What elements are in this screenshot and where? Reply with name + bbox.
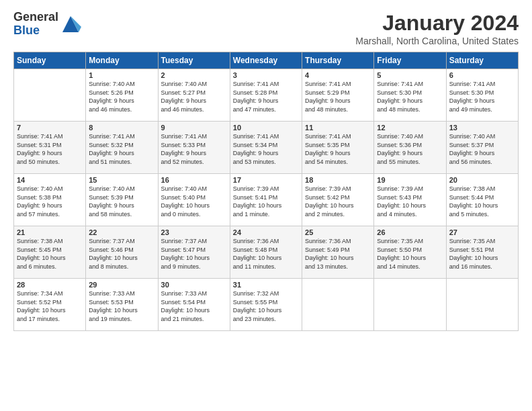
day-info: Sunrise: 7:40 AM Sunset: 5:27 PM Dayligh… <box>161 80 227 113</box>
day-info: Sunrise: 7:40 AM Sunset: 5:38 PM Dayligh… <box>17 185 83 218</box>
day-info: Sunrise: 7:40 AM Sunset: 5:37 PM Dayligh… <box>449 132 515 166</box>
day-info: Sunrise: 7:41 AM Sunset: 5:30 PM Dayligh… <box>449 80 515 113</box>
day-info: Sunrise: 7:38 AM Sunset: 5:45 PM Dayligh… <box>17 237 83 271</box>
day-number: 23 <box>161 228 227 236</box>
day-number: 24 <box>233 228 299 236</box>
week-row-1: 1Sunrise: 7:40 AM Sunset: 5:26 PM Daylig… <box>14 69 519 122</box>
calendar-cell: 16Sunrise: 7:40 AM Sunset: 5:40 PM Dayli… <box>158 174 230 226</box>
calendar-cell: 3Sunrise: 7:41 AM Sunset: 5:28 PM Daylig… <box>230 69 302 122</box>
day-info: Sunrise: 7:40 AM Sunset: 5:26 PM Dayligh… <box>89 80 154 113</box>
day-info: Sunrise: 7:41 AM Sunset: 5:33 PM Dayligh… <box>161 132 227 166</box>
calendar-cell: 4Sunrise: 7:41 AM Sunset: 5:29 PM Daylig… <box>302 69 374 122</box>
location: Marshall, North Carolina, United States <box>355 36 519 46</box>
day-number: 21 <box>17 228 83 236</box>
calendar-cell: 7Sunrise: 7:41 AM Sunset: 5:31 PM Daylig… <box>14 122 86 174</box>
day-number: 4 <box>305 71 371 79</box>
day-header-saturday: Saturday <box>446 52 518 69</box>
day-info: Sunrise: 7:38 AM Sunset: 5:44 PM Dayligh… <box>449 185 515 218</box>
calendar-cell: 23Sunrise: 7:37 AM Sunset: 5:47 PM Dayli… <box>158 226 230 279</box>
calendar-cell <box>446 279 518 331</box>
day-info: Sunrise: 7:33 AM Sunset: 5:53 PM Dayligh… <box>89 289 154 323</box>
logo-blue: Blue <box>13 24 58 38</box>
day-number: 29 <box>89 281 154 289</box>
week-row-3: 14Sunrise: 7:40 AM Sunset: 5:38 PM Dayli… <box>14 174 519 226</box>
calendar-cell: 30Sunrise: 7:33 AM Sunset: 5:54 PM Dayli… <box>158 279 230 331</box>
day-number: 9 <box>161 124 227 132</box>
calendar-cell: 27Sunrise: 7:35 AM Sunset: 5:51 PM Dayli… <box>446 226 518 279</box>
calendar-cell: 6Sunrise: 7:41 AM Sunset: 5:30 PM Daylig… <box>446 69 518 122</box>
day-info: Sunrise: 7:36 AM Sunset: 5:48 PM Dayligh… <box>233 237 299 271</box>
calendar-cell <box>302 279 374 331</box>
day-info: Sunrise: 7:41 AM Sunset: 5:34 PM Dayligh… <box>233 132 299 166</box>
day-info: Sunrise: 7:33 AM Sunset: 5:54 PM Dayligh… <box>161 289 227 323</box>
calendar-cell <box>14 69 86 122</box>
day-info: Sunrise: 7:39 AM Sunset: 5:42 PM Dayligh… <box>305 185 371 218</box>
day-number: 7 <box>17 124 83 132</box>
day-info: Sunrise: 7:41 AM Sunset: 5:30 PM Dayligh… <box>377 80 443 113</box>
calendar-cell: 12Sunrise: 7:40 AM Sunset: 5:36 PM Dayli… <box>374 122 446 174</box>
day-info: Sunrise: 7:39 AM Sunset: 5:43 PM Dayligh… <box>377 185 443 218</box>
calendar-cell: 10Sunrise: 7:41 AM Sunset: 5:34 PM Dayli… <box>230 122 302 174</box>
day-number: 16 <box>161 176 227 184</box>
calendar-cell: 13Sunrise: 7:40 AM Sunset: 5:37 PM Dayli… <box>446 122 518 174</box>
day-number: 6 <box>449 71 515 79</box>
day-info: Sunrise: 7:35 AM Sunset: 5:51 PM Dayligh… <box>449 237 515 271</box>
calendar-cell: 26Sunrise: 7:35 AM Sunset: 5:50 PM Dayli… <box>374 226 446 279</box>
week-row-5: 28Sunrise: 7:34 AM Sunset: 5:52 PM Dayli… <box>14 279 519 331</box>
day-number: 13 <box>449 124 515 132</box>
day-number: 25 <box>305 228 371 236</box>
calendar-cell: 20Sunrise: 7:38 AM Sunset: 5:44 PM Dayli… <box>446 174 518 226</box>
calendar-cell: 31Sunrise: 7:32 AM Sunset: 5:55 PM Dayli… <box>230 279 302 331</box>
day-info: Sunrise: 7:39 AM Sunset: 5:41 PM Dayligh… <box>233 185 299 218</box>
day-header-sunday: Sunday <box>14 52 86 69</box>
day-info: Sunrise: 7:36 AM Sunset: 5:49 PM Dayligh… <box>305 237 371 271</box>
calendar-cell <box>374 279 446 331</box>
day-info: Sunrise: 7:41 AM Sunset: 5:32 PM Dayligh… <box>89 132 154 166</box>
calendar-container: General Blue January 2024 Marshall, Nort… <box>0 0 532 338</box>
calendar-cell: 8Sunrise: 7:41 AM Sunset: 5:32 PM Daylig… <box>86 122 158 174</box>
logo-text: General Blue <box>13 11 58 38</box>
day-number: 17 <box>233 176 299 184</box>
calendar-cell: 24Sunrise: 7:36 AM Sunset: 5:48 PM Dayli… <box>230 226 302 279</box>
day-info: Sunrise: 7:41 AM Sunset: 5:35 PM Dayligh… <box>305 132 371 166</box>
calendar-cell: 11Sunrise: 7:41 AM Sunset: 5:35 PM Dayli… <box>302 122 374 174</box>
day-number: 14 <box>17 176 83 184</box>
header: General Blue January 2024 Marshall, Nort… <box>13 11 519 46</box>
day-info: Sunrise: 7:37 AM Sunset: 5:46 PM Dayligh… <box>89 237 154 271</box>
month-title: January 2024 <box>355 11 519 36</box>
day-number: 18 <box>305 176 371 184</box>
day-number: 3 <box>233 71 299 79</box>
calendar-cell: 19Sunrise: 7:39 AM Sunset: 5:43 PM Dayli… <box>374 174 446 226</box>
calendar-cell: 21Sunrise: 7:38 AM Sunset: 5:45 PM Dayli… <box>14 226 86 279</box>
day-info: Sunrise: 7:41 AM Sunset: 5:29 PM Dayligh… <box>305 80 371 113</box>
calendar-cell: 14Sunrise: 7:40 AM Sunset: 5:38 PM Dayli… <box>14 174 86 226</box>
day-number: 27 <box>449 228 515 236</box>
day-info: Sunrise: 7:41 AM Sunset: 5:31 PM Dayligh… <box>17 132 83 166</box>
day-info: Sunrise: 7:40 AM Sunset: 5:36 PM Dayligh… <box>377 132 443 166</box>
calendar-cell: 9Sunrise: 7:41 AM Sunset: 5:33 PM Daylig… <box>158 122 230 174</box>
day-info: Sunrise: 7:41 AM Sunset: 5:28 PM Dayligh… <box>233 80 299 113</box>
day-number: 8 <box>89 124 154 132</box>
calendar-cell: 17Sunrise: 7:39 AM Sunset: 5:41 PM Dayli… <box>230 174 302 226</box>
day-number: 5 <box>377 71 443 79</box>
day-header-wednesday: Wednesday <box>230 52 302 69</box>
logo: General Blue <box>13 11 81 38</box>
calendar-cell: 29Sunrise: 7:33 AM Sunset: 5:53 PM Dayli… <box>86 279 158 331</box>
day-number: 20 <box>449 176 515 184</box>
logo-icon <box>60 13 81 35</box>
day-number: 12 <box>377 124 443 132</box>
day-number: 30 <box>161 281 227 289</box>
day-info: Sunrise: 7:35 AM Sunset: 5:50 PM Dayligh… <box>377 237 443 271</box>
day-header-monday: Monday <box>86 52 158 69</box>
calendar-cell: 18Sunrise: 7:39 AM Sunset: 5:42 PM Dayli… <box>302 174 374 226</box>
calendar-cell: 22Sunrise: 7:37 AM Sunset: 5:46 PM Dayli… <box>86 226 158 279</box>
day-info: Sunrise: 7:40 AM Sunset: 5:40 PM Dayligh… <box>161 185 227 218</box>
day-number: 1 <box>89 71 154 79</box>
day-number: 31 <box>233 281 299 289</box>
calendar-table: SundayMondayTuesdayWednesdayThursdayFrid… <box>13 52 519 331</box>
calendar-header-row: SundayMondayTuesdayWednesdayThursdayFrid… <box>14 52 519 69</box>
day-number: 11 <box>305 124 371 132</box>
week-row-2: 7Sunrise: 7:41 AM Sunset: 5:31 PM Daylig… <box>14 122 519 174</box>
day-info: Sunrise: 7:37 AM Sunset: 5:47 PM Dayligh… <box>161 237 227 271</box>
week-row-4: 21Sunrise: 7:38 AM Sunset: 5:45 PM Dayli… <box>14 226 519 279</box>
